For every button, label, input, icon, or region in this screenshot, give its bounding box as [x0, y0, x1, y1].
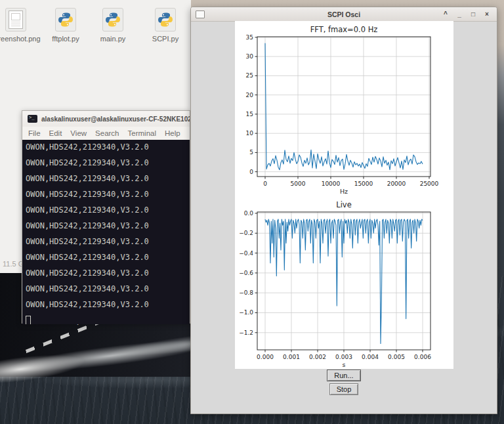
svg-text:FFT, fmax=0.0 Hz: FFT, fmax=0.0 Hz [310, 25, 378, 34]
svg-text:s: s [343, 361, 346, 368]
svg-text:−1.2: −1.2 [239, 329, 253, 336]
svg-text:−0.2: −0.2 [239, 230, 253, 236]
window-controls: ^ _ □ × [442, 11, 497, 18]
desktop-icon-scpi[interactable]: SCPI.py [140, 8, 190, 43]
desktop-icon-main[interactable]: main.py [88, 8, 138, 43]
terminal-app-icon [28, 115, 37, 123]
svg-text:5: 5 [249, 149, 253, 156]
control-buttons: Run... Stop [191, 370, 497, 395]
svg-text:10000: 10000 [322, 180, 341, 187]
menu-file[interactable]: File [28, 129, 41, 137]
svg-text:0.000: 0.000 [257, 354, 274, 360]
svg-text:Hz: Hz [340, 188, 348, 195]
shade-icon[interactable]: ^ [442, 11, 450, 18]
desktop-icon-screenshot[interactable]: screenshot.png [0, 8, 41, 43]
menu-help[interactable]: Help [165, 129, 180, 137]
stop-button[interactable]: Stop [329, 383, 359, 395]
python-file-icon [155, 8, 176, 32]
svg-text:20: 20 [246, 92, 254, 98]
svg-text:25: 25 [246, 72, 253, 79]
svg-text:5000: 5000 [291, 180, 306, 187]
terminal-output[interactable]: OWON,HDS242,2129340,V3.2.0OWON,HDS242,21… [22, 140, 190, 324]
svg-text:−0.6: −0.6 [239, 270, 253, 276]
svg-text:0.005: 0.005 [388, 354, 405, 360]
scpi-osci-window: SCPI Osci ^ _ □ × 0500010000150002000025… [190, 7, 497, 414]
maximize-icon[interactable]: □ [469, 11, 477, 18]
svg-text:−0.8: −0.8 [239, 289, 253, 296]
icon-label: fftplot.py [52, 35, 79, 43]
svg-text:0.003: 0.003 [335, 354, 352, 360]
svg-text:0: 0 [263, 180, 267, 187]
svg-text:35: 35 [246, 34, 253, 41]
svg-text:0.006: 0.006 [414, 354, 431, 360]
terminal-cursor [26, 316, 31, 324]
minimize-icon[interactable]: _ [455, 11, 463, 18]
svg-text:15: 15 [246, 111, 253, 117]
terminal-titlebar[interactable]: alaskalinuxuser@alaskalinuxuser-CF-52NKE… [22, 111, 190, 127]
svg-text:25000: 25000 [420, 180, 439, 187]
menu-search[interactable]: Search [95, 129, 119, 137]
svg-text:15000: 15000 [354, 180, 373, 187]
matplotlib-figure: 050001000015000200002500005101520253035F… [235, 21, 453, 369]
svg-text:0: 0 [249, 169, 253, 175]
menu-view[interactable]: View [70, 129, 87, 137]
svg-text:20000: 20000 [387, 180, 406, 187]
image-file-icon [5, 8, 26, 32]
svg-text:0.0: 0.0 [244, 210, 254, 217]
svg-text:30: 30 [246, 53, 254, 60]
scpi-titlebar[interactable]: SCPI Osci ^ _ □ × [191, 7, 497, 22]
python-file-icon [102, 8, 123, 32]
icon-label: main.py [100, 35, 126, 43]
svg-text:0.002: 0.002 [309, 354, 326, 360]
svg-text:Live: Live [336, 200, 351, 209]
svg-text:−0.4: −0.4 [239, 250, 253, 257]
desktop-icon-fftplot[interactable]: fftplot.py [41, 8, 91, 43]
icon-label: SCPI.py [152, 35, 178, 43]
run-button[interactable]: Run... [327, 370, 360, 381]
svg-text:0.004: 0.004 [362, 354, 379, 360]
terminal-window: alaskalinuxuser@alaskalinuxuser-CF-52NKE… [22, 110, 190, 324]
menu-edit[interactable]: Edit [49, 129, 62, 137]
terminal-menubar: File Edit View Search Terminal Help [22, 127, 190, 140]
python-logo-icon [58, 12, 74, 28]
python-file-icon [55, 8, 76, 32]
svg-text:10: 10 [246, 130, 254, 137]
python-logo-icon [158, 12, 173, 28]
svg-text:−1.0: −1.0 [239, 309, 253, 316]
disk-usage-label: 11.5 G [3, 260, 24, 268]
python-logo-icon [105, 12, 121, 28]
figure-canvas: 050001000015000200002500005101520253035F… [235, 21, 453, 369]
close-icon[interactable]: × [483, 11, 491, 18]
svg-text:0.001: 0.001 [283, 354, 300, 360]
terminal-title: alaskalinuxuser@alaskalinuxuser-CF-52NKE… [41, 116, 190, 123]
menu-terminal[interactable]: Terminal [128, 129, 156, 137]
icon-label: screenshot.png [0, 35, 41, 43]
